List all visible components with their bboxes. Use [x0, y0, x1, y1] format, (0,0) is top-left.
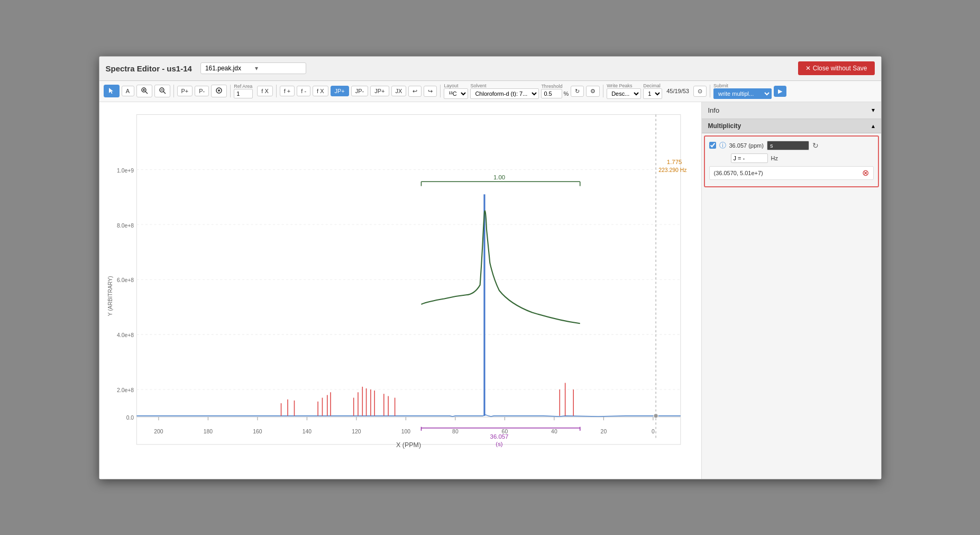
svg-point-67	[653, 413, 657, 418]
sep4	[440, 85, 441, 97]
write-peaks-select[interactable]: Desc...	[607, 88, 641, 99]
file-selector-arrow: ▾	[255, 65, 301, 72]
svg-text:1.0e+9: 1.0e+9	[117, 167, 134, 173]
decimal-label: Decimal	[643, 83, 662, 88]
layout-group: Layout ¹³C	[444, 83, 468, 99]
f-plus-tool[interactable]: f +	[280, 86, 295, 96]
svg-point-8	[218, 89, 220, 92]
window-title: Spectra Editor - us1-14	[106, 64, 192, 73]
info-header[interactable]: Info ▾	[702, 102, 881, 119]
multiplicity-label: Multiplicity	[708, 122, 741, 130]
svg-text:120: 120	[352, 429, 361, 434]
svg-text:160: 160	[253, 429, 262, 434]
chart-area[interactable]: 1.0e+9 8.0e+8 6.0e+8 4.0e+8 2.0e+8 0.0 Y…	[99, 102, 701, 479]
ref-area-group: Ref Area	[234, 84, 253, 98]
jx-tool[interactable]: JX	[391, 86, 407, 96]
svg-text:0.0: 0.0	[126, 415, 134, 421]
solvent-select[interactable]: Chloroform-d (t): 7...	[470, 88, 539, 99]
submit-go-btn[interactable]: ▶	[774, 86, 786, 97]
undo-tool[interactable]: ↩	[408, 86, 422, 97]
coord-close-btn[interactable]: ⊗	[862, 169, 869, 177]
mult-checkbox[interactable]	[709, 142, 716, 149]
svg-text:200: 200	[154, 429, 163, 434]
decimal-select[interactable]: 1 2	[643, 88, 662, 99]
svg-text:223.290 Hz: 223.290 Hz	[658, 167, 686, 173]
multiplicity-header[interactable]: Multiplicity ▴	[702, 119, 881, 133]
f-x2-tool[interactable]: f X	[313, 86, 328, 96]
threshold-label: Threshold	[541, 84, 569, 89]
sidebar: Info ▾ Multiplicity ▴ ⓘ 36.057 (ppm) ↻	[701, 102, 881, 479]
peak-minus-tool[interactable]: P-	[195, 86, 209, 96]
settings-tool[interactable]: ⚙	[586, 86, 600, 97]
file-selector[interactable]: 161.peak.jdx ▾	[200, 62, 306, 74]
svg-text:6.0e+8: 6.0e+8	[117, 277, 134, 283]
svg-text:0: 0	[651, 429, 654, 434]
info-chevron-down: ▾	[872, 106, 875, 114]
cursor-tool[interactable]	[104, 85, 120, 97]
svg-text:Y (ARBITRARY): Y (ARBITRARY)	[107, 276, 113, 316]
sep1	[173, 85, 174, 97]
peak-count-btn[interactable]: ⊙	[693, 86, 707, 97]
percent-symbol: %	[563, 90, 569, 97]
layout-select[interactable]: ¹³C	[444, 88, 468, 99]
ref-area-input[interactable]	[234, 89, 253, 98]
peak-plus-tool[interactable]: P+	[177, 86, 193, 96]
ppm-value: 36.057 (ppm)	[729, 142, 764, 149]
toolbar: A P+ P- Ref Area f X f + f - f X JP+ JP-…	[99, 81, 881, 102]
sep5	[603, 85, 603, 97]
j-row: Hz	[709, 153, 874, 163]
info-label: Info	[708, 106, 720, 114]
zoom-out-tool[interactable]	[154, 85, 170, 97]
mult-refresh-btn[interactable]: ↻	[812, 141, 819, 150]
svg-text:36.057: 36.057	[490, 433, 508, 440]
multiplicity-content: ⓘ 36.057 (ppm) ↻ Hz (36.0570, 5.01e+7)	[704, 135, 879, 187]
spectra-chart[interactable]: 1.0e+9 8.0e+8 6.0e+8 4.0e+8 2.0e+8 0.0 Y…	[104, 106, 697, 475]
main-area: 1.0e+9 8.0e+8 6.0e+8 4.0e+8 2.0e+8 0.0 Y…	[99, 102, 881, 479]
threshold-group: Threshold %	[541, 84, 569, 98]
main-window: Spectra Editor - us1-14 161.peak.jdx ▾ ✕…	[99, 56, 882, 479]
coord-display: (36.0570, 5.01e+7) ⊗	[709, 166, 874, 180]
j-value-input[interactable]	[731, 153, 768, 163]
solvent-group: Solvent Chloroform-d (t): 7...	[470, 83, 539, 99]
solvent-label: Solvent	[470, 83, 539, 88]
f-minus-tool[interactable]: f -	[297, 86, 310, 96]
jp-plus-tool[interactable]: JP+	[331, 86, 349, 96]
submit-label: Submit	[713, 83, 772, 88]
zoom-in-tool[interactable]	[136, 85, 152, 97]
annotate-tool[interactable]: A	[122, 86, 134, 96]
ref-area-label: Ref Area	[234, 84, 253, 89]
multiplicity-chevron: ▴	[872, 122, 875, 130]
title-bar: Spectra Editor - us1-14 161.peak.jdx ▾ ✕…	[99, 57, 881, 81]
svg-text:2.0e+8: 2.0e+8	[117, 387, 134, 393]
jp-minus-tool[interactable]: JP-	[351, 86, 369, 96]
decimal-group: Decimal 1 2	[643, 83, 662, 99]
svg-text:180: 180	[203, 429, 213, 434]
refresh-tool[interactable]: ↻	[571, 86, 584, 97]
sep6	[710, 85, 710, 97]
svg-text:80: 80	[452, 429, 459, 434]
close-button[interactable]: ✕ Close without Save	[798, 61, 874, 75]
svg-text:1.775: 1.775	[666, 159, 682, 165]
mult-entry-row: ⓘ 36.057 (ppm) ↻	[709, 141, 874, 150]
multiplicity-type-input[interactable]	[767, 141, 809, 150]
peak-count: 45/19/53	[664, 88, 691, 94]
write-peaks-label: Write Peaks	[607, 83, 641, 88]
layout-label: Layout	[444, 83, 468, 88]
threshold-input[interactable]	[541, 89, 562, 98]
svg-text:20: 20	[600, 429, 607, 434]
redo-tool[interactable]: ↪	[424, 86, 437, 97]
svg-line-5	[163, 92, 166, 94]
svg-text:40: 40	[551, 429, 557, 434]
fx-tool[interactable]: f X	[257, 86, 272, 96]
svg-text:4.0e+8: 4.0e+8	[117, 332, 134, 338]
svg-text:(s): (s)	[496, 441, 503, 447]
title-bar-left: Spectra Editor - us1-14 161.peak.jdx ▾	[106, 62, 306, 74]
svg-line-1	[145, 92, 148, 94]
pin-tool[interactable]	[211, 85, 227, 97]
hz-label: Hz	[771, 155, 778, 161]
svg-text:8.0e+8: 8.0e+8	[117, 222, 134, 228]
jp-plus2-tool[interactable]: JP+	[370, 86, 389, 96]
info-icon: ⓘ	[719, 141, 726, 150]
svg-text:140: 140	[302, 429, 312, 434]
submit-select[interactable]: write multipl...	[713, 88, 772, 99]
